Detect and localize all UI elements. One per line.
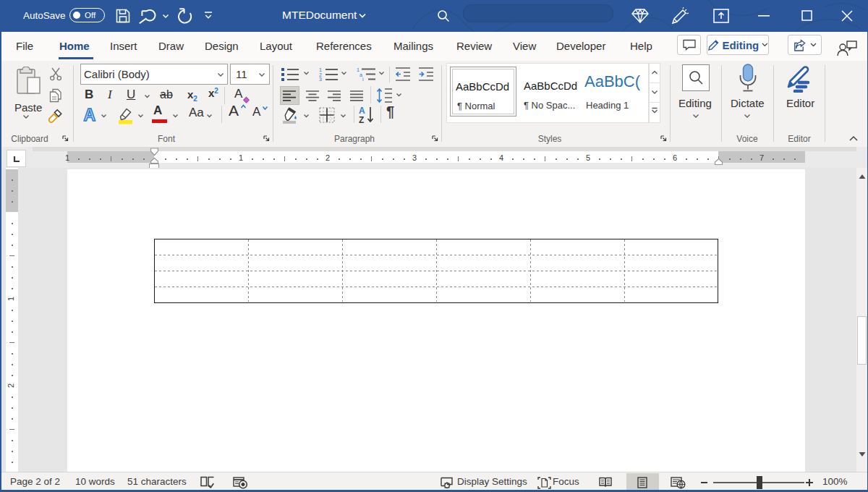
svg-text:A: A [84,106,96,124]
svg-text:A: A [359,106,365,116]
svg-text:3: 3 [319,77,322,81]
svg-text:1: 1 [319,67,322,72]
svg-text:i: i [362,77,364,81]
svg-text:Z: Z [359,115,364,124]
